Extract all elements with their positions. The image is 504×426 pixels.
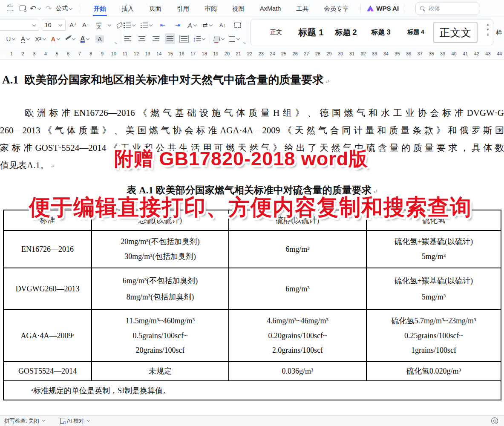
wps-ai-label: WPS AI — [376, 5, 399, 12]
search-placeholder: 段落 — [429, 5, 440, 12]
borders-chevron-icon — [236, 37, 239, 40]
ruler-number: 36 — [406, 51, 411, 56]
line-spacing-button[interactable]: ↕ — [193, 33, 206, 44]
wps-ai-button[interactable]: WPS AI — [365, 5, 400, 12]
table-cell[interactable]: 11.5mg/m³~460mg/m³0.5grains/100scf~20gra… — [92, 310, 229, 361]
ribbon-toolbar: 10 A⁺ A⁻ wén 文 U A X² A A A ⇘ — [0, 17, 504, 48]
table-cell[interactable]: 未规定 — [92, 362, 229, 380]
tab-页面[interactable]: 页面 — [141, 0, 169, 17]
paragraph-dialog-launcher-icon[interactable]: ⇘ — [243, 41, 246, 45]
superscript-button[interactable]: X² — [35, 33, 46, 44]
table-footnote: ᵃ标准规定的单位是英制，SI制是换算值。 — [4, 380, 501, 400]
pinyin-guide-button[interactable]: wén 文 — [94, 20, 104, 31]
align-justify-icon[interactable] — [165, 33, 175, 44]
cell-text: GOST5524—2014 — [18, 366, 77, 376]
line-spacing-chevron-icon — [202, 37, 205, 40]
text-direction-button[interactable]: A↓ — [218, 20, 228, 31]
ai-proofread-button[interactable]: AI 校对 — [56, 417, 95, 425]
style-pane-label[interactable]: 样 — [496, 29, 502, 37]
left-indent-marker[interactable] — [1, 53, 6, 59]
table-cell[interactable]: 硫化氢0.020g/m³ — [367, 362, 501, 380]
toolbar-separator — [79, 4, 79, 13]
table-cell[interactable]: 6mg/m³ — [229, 231, 367, 268]
clear-format-icon[interactable] — [114, 20, 124, 31]
style-item-3[interactable]: 标题 2 — [328, 27, 363, 37]
shrink-font-button[interactable]: A⁻ — [81, 20, 91, 31]
tab-视图[interactable]: 视图 — [225, 0, 252, 17]
text-effect-button[interactable]: A — [51, 33, 61, 44]
emphasis-mark-button[interactable]: A — [20, 33, 31, 44]
undo-button[interactable]: ↶ — [30, 3, 41, 14]
distribute-icon[interactable] — [179, 33, 189, 44]
print-icon[interactable] — [4, 3, 15, 14]
ruler-number: 8 — [89, 51, 92, 56]
style-selected[interactable]: 正文文 — [433, 22, 478, 43]
tab-开始[interactable]: 开始 — [86, 0, 114, 17]
convert-button[interactable]: ⇄ — [202, 20, 213, 31]
text-tool-button[interactable]: A — [187, 20, 198, 31]
table-cell[interactable]: 6mg/m³(不包括加臭剂)8mg/m³(包括加臭剂) — [92, 268, 229, 309]
gallery-scroll-arrows[interactable]: ▲ ▼ ⇟ — [486, 23, 490, 37]
gallery-up-icon[interactable]: ▲ — [486, 23, 490, 26]
standard-cell[interactable]: EN16726—2016 — [4, 231, 92, 268]
highlighter-icon[interactable] — [65, 33, 76, 44]
align-left-icon[interactable] — [123, 33, 133, 44]
style-item-5[interactable]: 标题 4 — [398, 29, 433, 36]
table-cell[interactable]: 6mg/m³ — [229, 268, 367, 309]
formula-button[interactable]: 公式 — [56, 3, 73, 14]
tab-审阅[interactable]: 审阅 — [197, 0, 225, 17]
style-item-4[interactable]: 标题 3 — [363, 28, 398, 37]
cell-text: DVGWG260—2013 — [16, 284, 80, 294]
standard-cell[interactable]: DVGWG260—2013 — [4, 268, 92, 309]
undo-chevron-icon[interactable] — [37, 6, 41, 9]
spellcheck-label: 拼写检查: 关闭 — [4, 417, 39, 425]
char-shading-button[interactable]: A — [95, 33, 105, 44]
decrease-indent-icon[interactable]: ⇤ — [158, 20, 168, 31]
tab-stop-icon[interactable] — [233, 20, 243, 31]
pinyin-chevron-icon[interactable] — [108, 23, 111, 26]
borders-icon[interactable] — [229, 33, 240, 44]
font-color-button[interactable]: A — [80, 33, 90, 44]
horizontal-ruler[interactable]: 1234567891011121314151617181920212223242… — [0, 48, 504, 60]
font-size-select[interactable]: 10 — [42, 20, 66, 31]
gallery-down-icon[interactable]: ▼ — [486, 28, 490, 32]
spellcheck-toggle[interactable]: 拼写检查: 关闭 — [0, 417, 50, 425]
eye-protection-icon[interactable] — [491, 417, 498, 424]
print-preview-icon[interactable] — [17, 3, 28, 14]
font-dialog-launcher-icon[interactable]: ⇘ — [114, 41, 118, 45]
table-cell[interactable]: 硫化氢+羰基硫(以硫计)5mg/m³ — [367, 268, 501, 309]
standard-cell[interactable]: GOST5524—2014 — [4, 362, 92, 380]
tab-会员专享[interactable]: 会员专享 — [316, 0, 356, 17]
numbered-list-icon[interactable] — [141, 20, 153, 31]
standard-cell[interactable]: AGA·4A—2009ᵃ — [4, 310, 92, 361]
table-cell[interactable]: 4.6mg/m³~46mg/m³0.20grains/100scf~2.0gra… — [229, 310, 367, 361]
style-item-1[interactable]: 正文 — [259, 29, 294, 36]
table-cell[interactable]: 硫化氢5.7mg/m³~23mg/m³0.25grains/100scf~1gr… — [367, 310, 501, 361]
style-item-2[interactable]: 标题 1 — [294, 26, 328, 38]
bullet-list-icon[interactable] — [124, 20, 136, 31]
cell-text: 5mg/m³ — [422, 292, 446, 302]
tab-引用[interactable]: 引用 — [169, 0, 197, 17]
search-input[interactable]: 段落 — [415, 3, 479, 14]
align-center-icon[interactable] — [137, 33, 147, 44]
increase-indent-icon[interactable]: ⇥ — [173, 20, 183, 31]
tab-插入[interactable]: 插入 — [114, 0, 141, 17]
grow-font-button[interactable]: A⁺ — [68, 20, 78, 31]
shading-bucket-icon[interactable] — [214, 33, 225, 44]
ruler-number: 25 — [281, 51, 286, 56]
table-cell[interactable]: 硫化氢+羰基硫(以硫计)5mg/m³ — [367, 231, 501, 268]
shrink-font-label: A⁻ — [82, 21, 90, 29]
ruler-number: 4 — [44, 51, 47, 56]
font-name-select[interactable] — [0, 20, 39, 31]
table-cell[interactable]: 20mg/m³(不包括加臭剂)30mg/m³(包括加臭剂) — [92, 231, 229, 268]
redo-button[interactable]: ↷ — [43, 3, 54, 14]
underline-button[interactable]: U — [6, 33, 16, 44]
document-page[interactable]: A.1欧美部分国家和地区相关标准中对天然气中硫含量的质量要求↵ 欧洲标准EN16… — [0, 60, 504, 415]
tab-AxMath[interactable]: AxMath — [252, 0, 288, 17]
gallery-more-icon[interactable]: ⇟ — [487, 33, 490, 37]
table-row: EN16726—201620mg/m³(不包括加臭剂)30mg/m³(包括加臭剂… — [4, 230, 501, 268]
tab-工具[interactable]: 工具 — [288, 0, 316, 17]
ai-proofread-chevron-icon — [87, 419, 90, 422]
table-cell[interactable]: 0.036g/m³ — [229, 362, 367, 380]
align-right-icon[interactable] — [151, 33, 161, 44]
